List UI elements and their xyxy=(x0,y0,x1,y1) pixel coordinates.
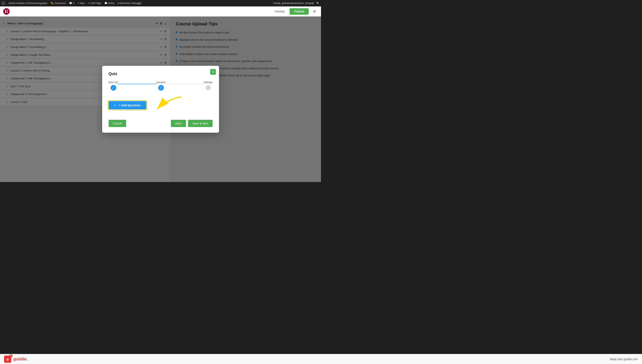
step-connector-1 xyxy=(118,84,156,84)
svg-point-2 xyxy=(3,8,10,15)
svg-rect-5 xyxy=(7,11,8,12)
elementor-logo xyxy=(3,8,10,15)
customize-link[interactable]: ✏️ Customize xyxy=(51,2,66,5)
step-label: Quiz Info xyxy=(109,81,118,84)
modal-title: Quiz xyxy=(109,72,213,76)
save-next-button[interactable]: Save & Next xyxy=(188,120,213,127)
back-button[interactable]: Back xyxy=(171,120,186,127)
elementor-debugger-link[interactable]: ℹ Elementor Debugger xyxy=(118,2,142,5)
quiz-modal: ✕ Quiz Quiz Info ✓ Question ✓ Settings 3 xyxy=(102,66,219,133)
step-dot-2: ✓ xyxy=(158,85,164,90)
svg-rect-3 xyxy=(5,10,6,13)
modal-footer: Cancel Back Save & Next xyxy=(109,120,213,127)
step-connector-2 xyxy=(166,84,204,84)
elementor-header: Preview Publish ✕ xyxy=(0,6,321,16)
svg-text:W: W xyxy=(3,2,5,4)
publish-button[interactable]: Publish xyxy=(289,8,309,15)
footer-right-buttons: Back Save & Next xyxy=(171,120,213,127)
main-content: ≡ Week 1: Intro to Sonography ✏ 🗑 ▲ ≡ Le… xyxy=(0,16,321,182)
comments-link[interactable]: 💬 0 xyxy=(69,2,74,5)
add-question-button[interactable]: + + Add Question xyxy=(109,101,146,109)
arrow-annotation xyxy=(145,93,185,119)
step-question: Question ✓ xyxy=(156,81,166,90)
wp-logo-item[interactable]: W xyxy=(2,2,5,5)
search-icon[interactable]: 🔍 xyxy=(316,2,319,5)
step-settings: Settings 3 xyxy=(204,81,212,90)
notes-link[interactable]: 💬 Notes xyxy=(104,2,114,5)
step-label: Question xyxy=(156,81,166,84)
preview-button[interactable]: Preview xyxy=(272,9,287,14)
site-name[interactable]: Global Institute of Echocardiography xyxy=(9,2,47,5)
stepper: Quiz Info ✓ Question ✓ Settings 3 xyxy=(109,81,213,90)
close-button[interactable]: ✕ xyxy=(311,8,318,15)
step-quiz-info: Quiz Info ✓ xyxy=(109,81,118,90)
admin-bar-right: Howdy, globalinstituteofecho_8m6pq6 🔍 xyxy=(273,2,319,5)
step-dot-3: 3 xyxy=(205,85,211,90)
admin-bar: W Global Institute of Echocardiography ✏… xyxy=(0,0,321,6)
add-question-area: + + Add Question xyxy=(109,97,213,113)
cancel-button[interactable]: Cancel xyxy=(109,120,126,127)
svg-rect-4 xyxy=(7,10,8,11)
modal-overlay: ✕ Quiz Quiz Info ✓ Question ✓ Settings 3 xyxy=(0,16,321,182)
edit-page-link[interactable]: ✏ Edit Page xyxy=(88,2,101,5)
step-label: Settings xyxy=(204,81,212,84)
header-right: Preview Publish ✕ xyxy=(272,8,318,15)
plus-icon: + xyxy=(114,104,116,107)
step-dot-1: ✓ xyxy=(111,85,116,90)
modal-close-button[interactable]: ✕ xyxy=(210,69,216,75)
new-link[interactable]: + New xyxy=(78,2,85,5)
svg-rect-6 xyxy=(7,12,8,13)
